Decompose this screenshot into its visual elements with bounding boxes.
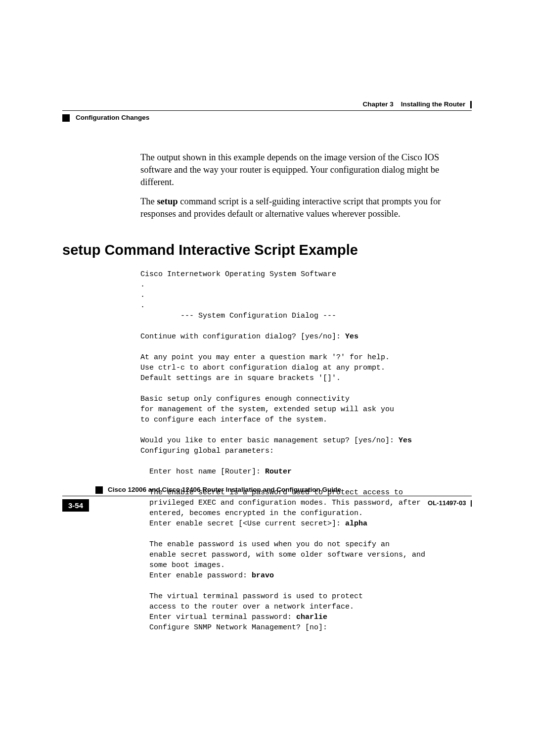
setup-keyword: setup — [157, 196, 178, 206]
doc-reference: OL-11497-03 — [428, 499, 472, 507]
footer-rule — [62, 496, 472, 496]
footer-square-icon — [95, 486, 103, 494]
footer-title: Cisco 12006 and Cisco 12406 Router Insta… — [108, 486, 341, 493]
document-page: Chapter 3 Installing the Router Configur… — [0, 0, 534, 662]
page-header: Chapter 3 Installing the Router Configur… — [62, 100, 472, 122]
header-right: Chapter 3 Installing the Router — [362, 100, 472, 108]
header-square-icon — [62, 114, 70, 122]
body-text: The output shown in this example depends… — [140, 151, 472, 220]
page-number: 3-54 — [62, 499, 89, 512]
header-rule — [62, 110, 472, 111]
footer-tick-icon — [471, 500, 472, 507]
chapter-title: Installing the Router — [401, 100, 466, 108]
section-label: Configuration Changes — [76, 114, 149, 121]
page-footer: Cisco 12006 and Cisco 12406 Router Insta… — [62, 485, 472, 512]
header-tick-icon — [470, 101, 472, 108]
section-heading: setup Command Interactive Script Example — [62, 242, 472, 258]
paragraph-2: The setup command script is a self-guidi… — [140, 195, 472, 220]
code-example: Cisco Internetwork Operating System Soft… — [140, 269, 472, 633]
chapter-label: Chapter 3 — [362, 100, 393, 108]
paragraph-1: The output shown in this example depends… — [140, 151, 472, 189]
